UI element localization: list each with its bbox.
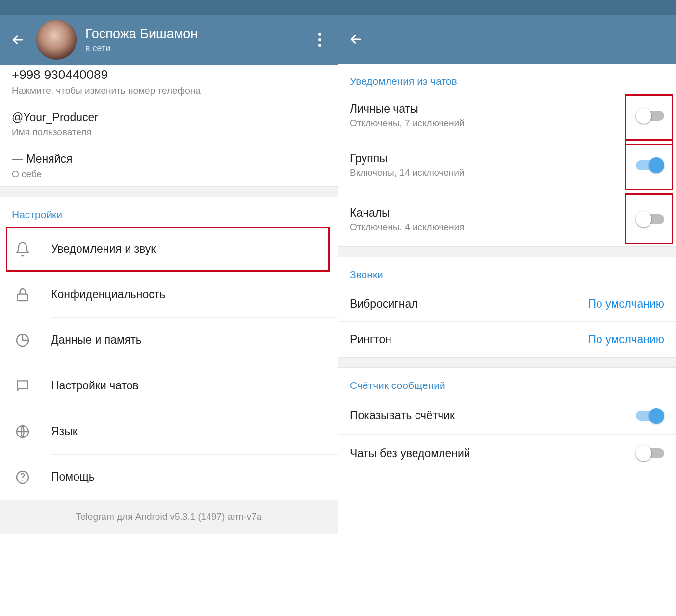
profile-status: в сети: [85, 43, 311, 53]
menu-list: Уведомления и звук Конфиденциальность Да…: [0, 227, 338, 500]
settings-section-title: Настройки: [0, 197, 338, 227]
settings-profile-screen: Госпожа Бишамон в сети +998 930440089 На…: [0, 0, 338, 616]
toggle-muted-badge[interactable]: [636, 445, 664, 461]
section-counter: Счётчик сообщений: [338, 368, 676, 397]
gap-r1: [338, 246, 676, 257]
menu-help-label: Помощь: [51, 470, 95, 484]
avatar[interactable]: [36, 20, 77, 60]
bio-row[interactable]: — Меняйся О себе: [0, 145, 338, 186]
row-groups[interactable]: Группы Включены, 14 исключений: [338, 138, 676, 192]
menu-chats[interactable]: Настройки чатов: [0, 363, 338, 409]
more-button[interactable]: [311, 31, 329, 49]
notif-content: Уведомления из чатов Личные чаты Отключе…: [338, 64, 676, 616]
row-private-chats[interactable]: Личные чаты Отключены, 7 исключений: [338, 93, 676, 138]
private-title: Личные чаты: [350, 103, 636, 116]
profile-name: Госпожа Бишамон: [85, 26, 311, 42]
status-bar: [0, 0, 338, 15]
highlight-notifications: [6, 227, 330, 272]
row-show-badge[interactable]: Показывать счётчик: [338, 397, 676, 435]
more-icon: [318, 33, 321, 47]
svg-rect-0: [17, 294, 27, 300]
back-button[interactable]: [9, 31, 26, 49]
menu-privacy[interactable]: Конфиденциальность: [0, 272, 338, 317]
ringtone-title: Рингтон: [350, 333, 588, 346]
groups-title: Группы: [350, 152, 636, 165]
chat-icon: [12, 378, 33, 394]
highlight-private-toggle: [625, 94, 673, 145]
menu-language-label: Язык: [51, 425, 78, 438]
section-calls: Звонки: [338, 257, 676, 286]
row-muted-badge[interactable]: Чаты без уведомлений: [338, 435, 676, 472]
app-bar: Госпожа Бишамон в сети: [0, 15, 338, 65]
highlight-groups-toggle: [625, 139, 673, 190]
menu-language[interactable]: Язык: [0, 409, 338, 454]
phone-value: +998 930440089: [12, 67, 326, 83]
lock-icon: [12, 287, 33, 303]
menu-privacy-label: Конфиденциальность: [51, 288, 165, 301]
vibrate-title: Вибросигнал: [350, 297, 588, 310]
pie-icon: [12, 333, 33, 348]
row-ringtone[interactable]: Рингтон По умолчанию: [338, 322, 676, 357]
bio-value: — Меняйся: [12, 152, 326, 167]
username-row[interactable]: @Your_Producer Имя пользователя: [0, 103, 338, 145]
username-value: @Your_Producer: [12, 110, 326, 125]
private-sub: Отключены, 7 исключений: [350, 118, 636, 128]
row-vibrate[interactable]: Вибросигнал По умолчанию: [338, 286, 676, 322]
notifications-settings-screen: Уведомления из чатов Личные чаты Отключе…: [338, 0, 676, 616]
profile-content: +998 930440089 Нажмите, чтобы изменить н…: [0, 65, 338, 616]
show-badge-title: Показывать счётчик: [350, 409, 636, 422]
help-icon: [12, 469, 33, 485]
menu-data-label: Данные и память: [51, 334, 142, 347]
ringtone-value: По умолчанию: [588, 333, 664, 346]
menu-help[interactable]: Помощь: [0, 455, 338, 500]
app-bar-r: [338, 15, 676, 64]
title-block: Госпожа Бишамон в сети: [85, 26, 311, 53]
section-chat-notifications: Уведомления из чатов: [338, 64, 676, 93]
muted-badge-title: Чаты без уведомлений: [350, 447, 636, 460]
groups-sub: Включены, 14 исключений: [350, 167, 636, 178]
toggle-show-badge[interactable]: [636, 408, 664, 424]
globe-icon: [12, 424, 33, 439]
svg-point-4: [22, 480, 23, 481]
menu-chats-label: Настройки чатов: [51, 379, 139, 392]
phone-row[interactable]: +998 930440089 Нажмите, чтобы изменить н…: [0, 65, 338, 103]
section-gap: [0, 186, 338, 197]
vibrate-value: По умолчанию: [588, 297, 664, 310]
username-hint: Имя пользователя: [12, 127, 326, 138]
bio-hint: О себе: [12, 169, 326, 180]
phone-hint: Нажмите, чтобы изменить номер телефона: [12, 85, 326, 96]
menu-data[interactable]: Данные и память: [0, 318, 338, 363]
channels-title: Каналы: [350, 206, 636, 220]
back-button-r[interactable]: [347, 30, 364, 48]
row-channels[interactable]: Каналы Отключены, 4 исключения: [338, 192, 676, 246]
gap-r2: [338, 357, 676, 368]
status-bar-r: [338, 0, 676, 15]
channels-sub: Отключены, 4 исключения: [350, 222, 636, 232]
highlight-channels-toggle: [625, 193, 673, 244]
app-version: Telegram для Android v5.3.1 (1497) arm-v…: [0, 500, 338, 534]
